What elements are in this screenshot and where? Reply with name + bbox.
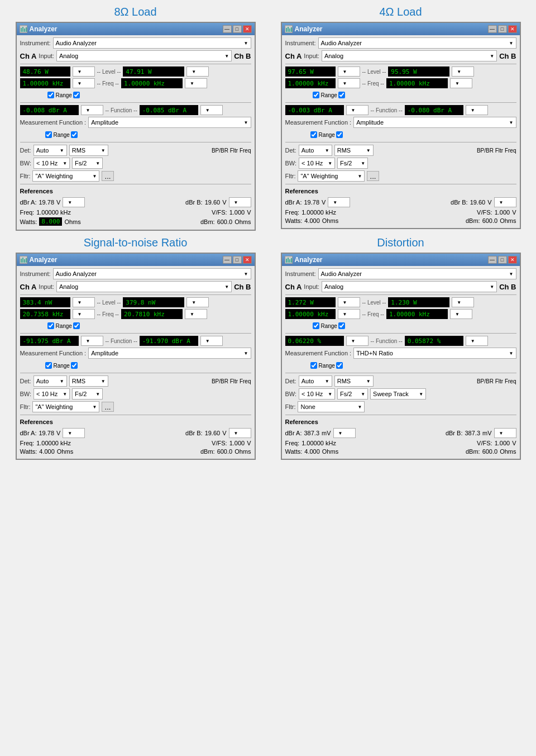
bw-dropdown[interactable]: < 10 Hz ▼ [299, 388, 335, 400]
dbr-b-dropdown[interactable]: ▼ [494, 428, 516, 438]
instrument-label: Instrument: [20, 40, 51, 46]
ch-b-level-dropdown[interactable]: ▼ [452, 66, 474, 77]
range-checkbox-2[interactable] [338, 322, 345, 329]
range-checkbox-1[interactable] [47, 322, 54, 329]
minimize-button[interactable]: — [223, 256, 232, 264]
bw-dropdown[interactable]: < 10 Hz ▼ [299, 158, 335, 169]
references-section: References dBr A: 387.3 mV ▼ dBr B: 387.… [285, 417, 516, 455]
minimize-button[interactable]: — [488, 256, 497, 264]
restore-button[interactable]: □ [233, 256, 242, 264]
ch-b-func-dropdown[interactable]: ▼ [466, 105, 488, 115]
ch-b-freq-dropdown[interactable]: ▼ [450, 309, 472, 319]
ch-a-func-dropdown[interactable]: ▼ [81, 105, 103, 115]
range-checkbox-2[interactable] [73, 92, 80, 98]
meas-func-dropdown[interactable]: THD+N Ratio ▼ [353, 348, 516, 359]
ch-a-freq-dropdown[interactable]: ▼ [73, 309, 95, 319]
range-checkbox-2[interactable] [338, 92, 345, 98]
rms-dropdown[interactable]: RMS ▼ [69, 145, 108, 156]
close-button[interactable]: ✕ [243, 25, 252, 33]
ch-a-level-arrow: ▼ [343, 69, 347, 74]
ch-a-freq-dropdown[interactable]: ▼ [338, 78, 360, 88]
det-dropdown[interactable]: Auto ▼ [299, 145, 332, 156]
rms-dropdown[interactable]: RMS ▼ [334, 375, 374, 387]
restore-button[interactable]: □ [498, 256, 507, 264]
meas-func-dropdown[interactable]: Amplitude ▼ [353, 117, 516, 128]
close-button[interactable]: ✕ [243, 256, 252, 264]
range-checkbox-4[interactable] [71, 131, 78, 138]
ch-b-freq-dropdown[interactable]: ▼ [450, 78, 472, 88]
rms-dropdown[interactable]: RMS ▼ [69, 375, 108, 387]
restore-button[interactable]: □ [233, 25, 242, 33]
range-checkbox-1[interactable] [47, 92, 54, 98]
ch-b-level-dropdown[interactable]: ▼ [186, 66, 209, 77]
rms-dropdown[interactable]: RMS ▼ [334, 145, 374, 156]
ch-b-func-dropdown[interactable]: ▼ [466, 336, 488, 346]
ch-a-freq-dropdown[interactable]: ▼ [73, 78, 95, 88]
instrument-dropdown[interactable]: Audio Analyzer ▼ [53, 37, 251, 49]
det-dropdown[interactable]: Auto ▼ [299, 375, 332, 387]
close-button[interactable]: ✕ [508, 256, 517, 264]
ch-b-level-dropdown[interactable]: ▼ [186, 297, 209, 307]
det-dropdown[interactable]: Auto ▼ [34, 145, 67, 156]
dbr-a-dropdown[interactable]: ▼ [328, 197, 350, 207]
ellipsis-button[interactable]: ... [102, 402, 113, 412]
range-checkbox-1[interactable] [313, 322, 319, 329]
ch-b-freq-dropdown[interactable]: ▼ [185, 309, 207, 319]
minimize-button[interactable]: — [488, 25, 497, 33]
input-dropdown[interactable]: Analog ▼ [322, 50, 497, 61]
range-checkbox-4[interactable] [71, 362, 78, 369]
close-button[interactable]: ✕ [508, 25, 517, 33]
input-dropdown[interactable]: Analog ▼ [56, 281, 232, 292]
input-dropdown[interactable]: Analog ▼ [56, 50, 232, 61]
ch-b-func-dropdown[interactable]: ▼ [200, 105, 223, 115]
ch-a-freq-dropdown[interactable]: ▼ [338, 309, 360, 319]
ch-b-func-dropdown[interactable]: ▼ [200, 336, 223, 346]
range-checkbox-3[interactable] [45, 362, 52, 369]
restore-button[interactable]: □ [498, 25, 507, 33]
dbr-a-dropdown[interactable]: ▼ [333, 428, 356, 438]
dbr-b-dropdown[interactable]: ▼ [229, 197, 251, 207]
meas-func-dropdown[interactable]: Amplitude ▼ [88, 348, 251, 359]
ch-a-func-dropdown[interactable]: ▼ [346, 336, 368, 346]
ellipsis-button[interactable]: ... [367, 171, 379, 181]
fltr-dropdown[interactable]: None ▼ [298, 401, 365, 412]
ch-a-level-dropdown[interactable]: ▼ [338, 66, 360, 77]
fs2-dropdown[interactable]: Fs/2 ▼ [72, 158, 103, 169]
fs2-dropdown[interactable]: Fs/2 ▼ [337, 388, 368, 400]
sweep-track-dropdown[interactable]: Sweep Track ▼ [370, 388, 426, 400]
instrument-dropdown[interactable]: Audio Analyzer ▼ [318, 268, 516, 279]
fs2-dropdown[interactable]: Fs/2 ▼ [72, 388, 103, 400]
range-checkbox-2[interactable] [73, 322, 80, 329]
range-checkbox-3[interactable] [45, 131, 52, 138]
dbr-b-dropdown[interactable]: ▼ [229, 428, 251, 438]
range-checkbox-3[interactable] [310, 131, 317, 138]
minimize-button[interactable]: — [223, 25, 232, 33]
ch-a-func-dropdown[interactable]: ▼ [81, 336, 103, 346]
ch-a-level-dropdown[interactable]: ▼ [73, 297, 95, 307]
range-checkbox-4[interactable] [336, 131, 343, 138]
instrument-dropdown[interactable]: Audio Analyzer ▼ [318, 37, 516, 49]
range-checkbox-3[interactable] [310, 362, 317, 369]
dbr-a-dropdown[interactable]: ▼ [63, 197, 85, 207]
dbr-a-dropdown[interactable]: ▼ [63, 428, 85, 438]
ellipsis-button[interactable]: ... [102, 171, 113, 181]
range-checkbox-4[interactable] [336, 362, 343, 369]
fltr-dropdown[interactable]: "A" Weighting ▼ [32, 170, 99, 182]
ch-a-level-dropdown[interactable]: ▼ [338, 297, 360, 307]
fs2-dropdown[interactable]: Fs/2 ▼ [337, 158, 368, 169]
ch-b-level-dropdown[interactable]: ▼ [452, 297, 474, 307]
input-dropdown[interactable]: Analog ▼ [322, 281, 497, 292]
meas-func-dropdown[interactable]: Amplitude ▼ [88, 117, 251, 128]
ch-b-freq-dropdown[interactable]: ▼ [185, 78, 207, 88]
fltr-dropdown[interactable]: "A" Weighting ▼ [298, 170, 365, 182]
bw-dropdown[interactable]: < 10 Hz ▼ [34, 388, 70, 400]
ch-a-func-dropdown[interactable]: ▼ [346, 105, 368, 115]
instrument-dropdown[interactable]: Audio Analyzer ▼ [53, 268, 251, 279]
bw-dropdown[interactable]: < 10 Hz ▼ [34, 158, 70, 169]
ch-a-level-dropdown[interactable]: ▼ [73, 66, 95, 77]
fltr-dropdown[interactable]: "A" Weighting ▼ [32, 401, 99, 412]
range-checkbox-1[interactable] [313, 92, 319, 98]
dbr-b-dropdown[interactable]: ▼ [494, 197, 516, 207]
analyzer-icon [285, 256, 293, 264]
det-dropdown[interactable]: Auto ▼ [34, 375, 67, 387]
